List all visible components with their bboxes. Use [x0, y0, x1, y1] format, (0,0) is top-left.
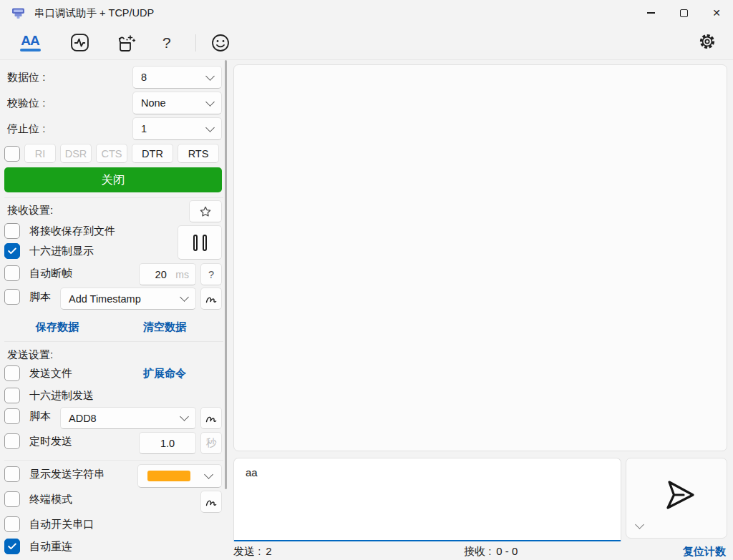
recv-label: 接收 : [464, 545, 491, 559]
toolbar: AA ? [0, 26, 733, 60]
cts-button: CTS [96, 144, 127, 163]
receive-settings-title: 接收设置: [7, 202, 53, 218]
send-file-row: 发送文件 [4, 365, 72, 382]
data-bits-value: 8 [141, 72, 147, 83]
tx-script-row: 脚本 [4, 408, 51, 425]
font-active-underline [20, 49, 41, 52]
terminal-mode-edit-button[interactable] [200, 491, 222, 513]
stop-bits-value: 1 [141, 123, 147, 134]
tx-script-edit-button[interactable] [200, 407, 222, 429]
divider [4, 197, 223, 198]
hex-send-row: 十六进制发送 [4, 387, 94, 404]
data-bits-select[interactable]: 8 [132, 66, 222, 89]
parity-label: 校验位 : [7, 97, 45, 110]
rx-script-edit-button[interactable] [200, 288, 222, 310]
status-bar: 发送 : 2 接收 : 0 - 0 复位计数 [0, 542, 733, 560]
extend-cmd-link[interactable]: 扩展命令 [143, 367, 186, 380]
timed-send-unit: 秒 [206, 436, 217, 450]
sidebar: 数据位 : 8 校验位 : None 停止位 : 1 RI DSR CTS DT… [0, 60, 230, 560]
save-data-link[interactable]: 保存数据 [36, 320, 79, 334]
pause-icon [193, 235, 198, 251]
chevron-down-icon [205, 97, 215, 107]
tx-script-label: 脚本 [29, 410, 51, 423]
maximize-button[interactable] [667, 0, 700, 26]
magic-tools-button[interactable] [115, 28, 137, 58]
auto-switch-port-checkbox[interactable] [4, 516, 20, 532]
send-button[interactable] [626, 458, 727, 539]
auto-frame-input-box: ms [139, 263, 196, 285]
divider [4, 460, 223, 461]
parity-select[interactable]: None [132, 92, 222, 114]
font-settings-button[interactable]: AA [16, 28, 44, 58]
timed-send-checkbox[interactable] [4, 433, 20, 449]
reset-count-wrap: 复位计数 [683, 545, 726, 559]
send-color-select[interactable] [137, 464, 222, 488]
app-icon [11, 7, 25, 19]
divider [4, 341, 223, 342]
pen-icon [205, 412, 218, 425]
rx-script-row: 脚本 [4, 288, 51, 305]
send-text-input[interactable]: aa [233, 458, 621, 541]
sent-value: 2 [266, 545, 271, 559]
auto-frame-input[interactable] [146, 269, 175, 280]
show-send-string-label: 显示发送字符串 [29, 468, 105, 481]
close-port-button[interactable]: 关闭 [4, 167, 222, 192]
parity-value: None [141, 97, 166, 109]
chevron-down-icon [205, 123, 215, 132]
sent-counter: 发送 : 2 [233, 545, 272, 559]
auto-frame-help-button[interactable]: ? [200, 263, 222, 285]
auto-switch-port-label: 自动开关串口 [29, 518, 94, 531]
settings-button[interactable] [699, 33, 716, 53]
terminal-mode-row: 终端模式 [4, 491, 72, 508]
pause-button[interactable] [178, 225, 222, 260]
send-options-chevron-icon[interactable] [635, 520, 644, 529]
rx-script-select[interactable]: Add Timestamp [60, 288, 196, 310]
save-to-file-checkbox[interactable] [4, 223, 20, 239]
chevron-down-icon [180, 412, 189, 421]
rts-button[interactable]: RTS [178, 144, 219, 163]
timed-send-unit-button: 秒 [200, 432, 222, 454]
feedback-button[interactable] [210, 28, 230, 58]
timed-send-label: 定时发送 [29, 435, 72, 448]
hex-send-checkbox[interactable] [4, 388, 20, 403]
pin-signal-checkbox[interactable] [4, 146, 20, 162]
send-file-label: 发送文件 [29, 367, 72, 380]
terminal-mode-label: 终端模式 [29, 493, 72, 506]
stop-bits-select[interactable]: 1 [132, 117, 222, 140]
rx-script-checkbox[interactable] [4, 289, 20, 305]
tx-script-checkbox[interactable] [4, 408, 20, 424]
terminal-mode-checkbox[interactable] [4, 491, 20, 507]
title-bar: 串口调试助手 + TCP/UDP ✕ [0, 0, 733, 26]
font-icon: AA [21, 34, 39, 47]
send-file-checkbox[interactable] [4, 365, 20, 381]
plotter-button[interactable] [70, 28, 89, 58]
dsr-button: DSR [60, 144, 92, 163]
chevron-down-icon [205, 72, 215, 81]
auto-frame-checkbox[interactable] [4, 265, 20, 281]
tx-script-select[interactable]: ADD8 [60, 407, 196, 429]
clear-data-link[interactable]: 清空数据 [143, 320, 186, 334]
stop-bits-row: 停止位 : [7, 117, 45, 140]
timed-send-input[interactable] [146, 438, 189, 449]
app-window: 串口调试助手 + TCP/UDP ✕ AA [0, 0, 733, 560]
help-button[interactable]: ? [162, 28, 171, 58]
show-send-string-checkbox[interactable] [4, 466, 20, 482]
hex-display-row: 十六进制显示 [4, 242, 94, 260]
save-to-file-row: 将接收保存到文件 [4, 222, 115, 240]
window-title: 串口调试助手 + TCP/UDP [34, 6, 154, 20]
hex-send-label: 十六进制发送 [29, 389, 94, 403]
auto-switch-port-row: 自动开关串口 [4, 516, 94, 533]
reset-count-link[interactable]: 复位计数 [683, 545, 726, 559]
favorite-button[interactable] [189, 200, 222, 222]
hex-display-checkbox[interactable] [4, 243, 20, 259]
sent-label: 发送 : [233, 545, 261, 559]
auto-frame-label: 自动断帧 [29, 267, 72, 280]
dtr-button[interactable]: DTR [132, 144, 173, 163]
sidebar-scrollbar[interactable] [225, 60, 227, 489]
auto-frame-unit: ms [175, 269, 189, 280]
maximize-icon [680, 9, 688, 17]
minimize-button[interactable] [634, 0, 667, 26]
pause-icon [203, 235, 207, 251]
close-button[interactable]: ✕ [700, 0, 733, 26]
receive-display-area[interactable] [233, 64, 727, 451]
